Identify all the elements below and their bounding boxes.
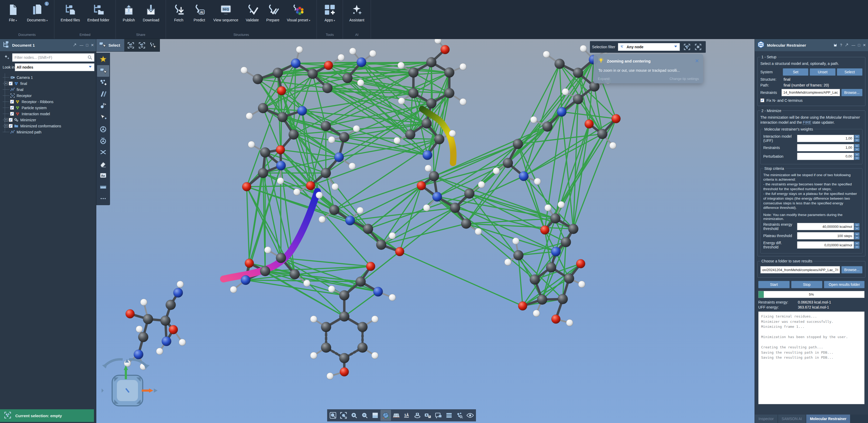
- file-button[interactable]: File▾: [3, 0, 23, 32]
- spinner-buttons[interactable]: ▲▼: [854, 144, 860, 151]
- visibility-checkbox[interactable]: ✓: [9, 118, 13, 122]
- minimize-icon[interactable]: —: [851, 43, 855, 47]
- documents-button[interactable]: Documents▾1: [23, 0, 52, 32]
- tool-twist-button[interactable]: [97, 147, 109, 158]
- view-rows-button[interactable]: [444, 410, 454, 421]
- tree-item-interaction-model[interactable]: ✓Interaction model: [3, 111, 96, 117]
- minimize-icon[interactable]: —: [80, 43, 83, 47]
- selinfo-button[interactable]: i: [137, 40, 147, 51]
- visibility-checkbox[interactable]: ✓: [10, 100, 14, 104]
- pan-right-arrow[interactable]: [154, 388, 157, 393]
- tool-movetool-button[interactable]: [97, 111, 109, 123]
- select-filtered-nodes-button[interactable]: [682, 42, 692, 52]
- tip-close-icon[interactable]: ✕: [695, 58, 699, 64]
- spinner-buttons[interactable]: ▲▼: [854, 232, 860, 239]
- prepare-button[interactable]: Prepare: [262, 0, 283, 32]
- log-output[interactable]: Fixing terminal residues... Minimizer wa…: [758, 312, 865, 404]
- tool-bondtool-button[interactable]: [97, 88, 109, 100]
- select-mode-button[interactable]: Select: [96, 39, 124, 52]
- tool-charge-button[interactable]: 2+: [97, 100, 109, 111]
- tree-item-receptor[interactable]: Receptor: [3, 93, 96, 99]
- stop-row-0-input[interactable]: [797, 223, 854, 230]
- visibility-checkbox[interactable]: ✓: [9, 124, 13, 128]
- view-zoomin-button[interactable]: [349, 410, 359, 421]
- selvis-button[interactable]: [126, 40, 136, 51]
- stop-row-1-input[interactable]: [797, 232, 854, 239]
- tree-item-minimizer[interactable]: +✓Minimizer: [3, 117, 96, 123]
- results-browse-button[interactable]: Browse...: [841, 266, 863, 273]
- view-zoomout-button[interactable]: [359, 410, 370, 421]
- help-icon[interactable]: ?: [840, 43, 842, 47]
- fix-terminus-checkbox[interactable]: ✓: [761, 98, 764, 102]
- rotate-right-arrow[interactable]: [129, 359, 147, 367]
- tip-settings-link[interactable]: Change tip settings: [670, 77, 699, 81]
- tool-ruler-button[interactable]: [97, 181, 109, 193]
- tool-labelA-button[interactable]: Aa: [97, 169, 109, 181]
- view-camsave-button[interactable]: [423, 410, 433, 421]
- maximize-icon[interactable]: □: [86, 43, 88, 47]
- download-button[interactable]: Download: [139, 0, 163, 32]
- view-camring-button[interactable]: [412, 410, 423, 421]
- tip-expand-link[interactable]: Expand: [598, 77, 610, 81]
- pin-icon[interactable]: [73, 43, 77, 48]
- save-icon[interactable]: [833, 43, 837, 47]
- restraints-browse-button[interactable]: Browse...: [841, 89, 863, 96]
- view-cube-button[interactable]: [380, 410, 391, 421]
- tree-item-minimized-path[interactable]: Minimized path: [3, 129, 96, 135]
- maximize-icon[interactable]: □: [858, 43, 860, 47]
- select-button[interactable]: Select: [837, 68, 863, 76]
- view-gearset-button[interactable]: [454, 410, 465, 421]
- tool-more-button[interactable]: [97, 193, 109, 204]
- tab-molecular-restrainer[interactable]: Molecular Restrainer: [806, 415, 850, 423]
- spinner-buttons[interactable]: ▲▼: [854, 153, 860, 160]
- visibility-checkbox[interactable]: ✓: [9, 82, 13, 86]
- view-sequence-button[interactable]: SEQView sequence: [210, 0, 242, 32]
- tool-eraser-button[interactable]: [97, 158, 109, 169]
- tool-addat-button[interactable]: [97, 77, 109, 88]
- tool-wheel2-button[interactable]: NVT: [97, 135, 109, 147]
- close-icon[interactable]: ✕: [91, 43, 94, 47]
- fire-link[interactable]: FIRE: [803, 120, 811, 125]
- tool-seltool-button[interactable]: [97, 65, 109, 77]
- spinner-buttons[interactable]: ▲▼: [854, 223, 860, 230]
- validate-button[interactable]: Validate: [242, 0, 262, 32]
- visibility-checkbox[interactable]: ✓: [10, 106, 14, 110]
- fetch-button[interactable]: Fetch: [168, 0, 189, 32]
- view-zoomfit-button[interactable]: [338, 410, 349, 421]
- publish-button[interactable]: Publish: [119, 0, 139, 32]
- visibility-checkbox[interactable]: ✓: [10, 112, 14, 116]
- selpath-button[interactable]: [148, 40, 158, 51]
- weight-row-1-input[interactable]: [797, 144, 854, 151]
- embed-files-button[interactable]: Embed files: [57, 0, 84, 32]
- orientation-cube[interactable]: [101, 354, 176, 411]
- look-in-dropdown[interactable]: All nodes: [15, 63, 94, 71]
- stop-row-2-input[interactable]: [797, 241, 854, 249]
- close-icon[interactable]: ✕: [863, 43, 866, 47]
- spinner-buttons[interactable]: ▲▼: [854, 135, 860, 142]
- tree-item-camera-1[interactable]: Camera 1: [3, 74, 96, 80]
- molecule-3d-view[interactable]: [96, 39, 754, 423]
- pin-icon[interactable]: [845, 43, 849, 48]
- weight-row-2-input[interactable]: [797, 153, 854, 160]
- tilt-up-arrow[interactable]: [125, 359, 129, 363]
- tool-wheel-button[interactable]: [97, 123, 109, 135]
- view-pip-button[interactable]: [433, 410, 444, 421]
- tree-item-particle-system[interactable]: ✓Particle system: [3, 105, 96, 111]
- clear-selection-button[interactable]: [693, 42, 703, 52]
- tree-item-receptor-ribbons[interactable]: ✓Receptor - Ribbons: [3, 99, 96, 105]
- visual-preset-button[interactable]: Visual preset▾: [283, 0, 314, 32]
- start-button[interactable]: Start: [758, 281, 789, 288]
- predict-button[interactable]: AIPredict: [189, 0, 210, 32]
- embed-folder-button[interactable]: Embed folder: [84, 0, 113, 32]
- selection-filter-dropdown[interactable]: Any node: [618, 43, 680, 51]
- tree-item-final[interactable]: +✓final: [3, 80, 96, 87]
- view-angstrom-button[interactable]: 1Å: [402, 410, 412, 421]
- restraints-file-input[interactable]: [781, 89, 840, 96]
- rotate-left-arrow[interactable]: [104, 359, 123, 366]
- view-eye-button[interactable]: [465, 410, 475, 421]
- 3d-viewport[interactable]: Select i 2+NVTAa Selection filter Any no…: [96, 39, 754, 423]
- tree-item-minimized-conformations[interactable]: +✓Minimized conformations: [3, 123, 96, 129]
- tool-star-button[interactable]: [97, 54, 109, 65]
- set-button[interactable]: Set: [783, 68, 808, 76]
- expander-icon[interactable]: +: [4, 124, 8, 128]
